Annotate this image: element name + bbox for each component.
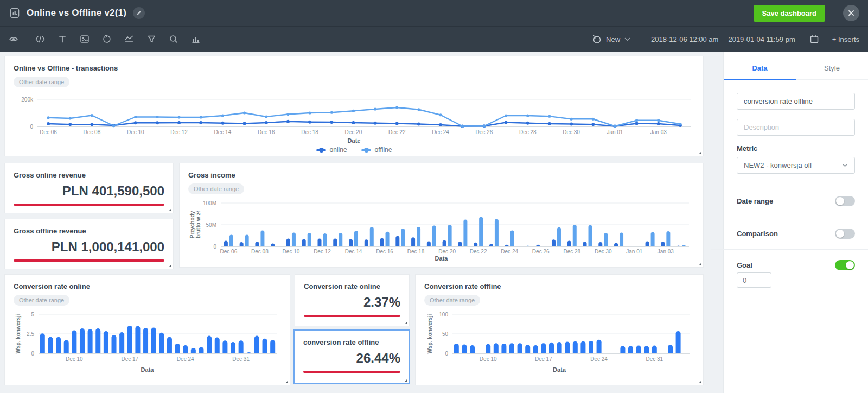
widget-conversion-online-chart[interactable]: Conversion rate online Other date range … [4,274,290,385]
date-range-end[interactable]: 2019-01-04 11:59 pm [728,35,795,43]
widget-resize-handle[interactable] [405,321,407,324]
metric-label: Metric [737,144,855,153]
svg-text:50M: 50M [206,222,216,228]
other-date-range-badge: Other date range [188,183,244,194]
metric-select[interactable]: NEW2 - konwersja off [737,157,855,174]
text-icon[interactable] [58,34,67,44]
svg-text:Dec 06: Dec 06 [220,249,238,255]
svg-text:Dec 10: Dec 10 [66,356,83,362]
legend-item-online[interactable]: online [316,146,347,154]
svg-text:Jan 03: Jan 03 [650,129,667,135]
widget-resize-handle[interactable] [699,381,701,383]
goal-toggle[interactable] [835,260,855,270]
chevron-down-icon [842,163,848,167]
code-icon[interactable] [35,34,45,44]
svg-text:100M: 100M [203,200,216,206]
widget-conversion-offline-chart[interactable]: Conversion rate offline Other date range… [415,274,704,385]
zoom-icon[interactable] [169,34,178,44]
other-date-range-badge: Other date range [14,77,69,87]
widget-conversion-offline-kpi[interactable]: conversion rate offline 26.44% [293,329,410,384]
widget-gross-online-revenue[interactable]: Gross online revenue PLN 401,590,500 [4,163,174,213]
transactions-line-chart: 200k0Dec 06Dec 08Dec 10Dec 12Dec 14Dec 1… [14,90,694,137]
kpi-value: PLN 1,000,141,000 [14,239,164,255]
header-divider [834,5,834,21]
date-range-start[interactable]: 2018-12-06 12:00 am [651,35,718,43]
edit-pencil-icon[interactable] [133,7,145,19]
svg-text:Dec 24: Dec 24 [177,356,194,362]
x-axis-title: Data [14,366,281,373]
tab-data[interactable]: Data [724,57,796,80]
widget-transactions-chart[interactable]: Online vs Offline - transactions Other d… [4,56,704,156]
svg-text:5: 5 [31,312,34,318]
svg-text:Jan 01: Jan 01 [607,129,623,135]
svg-text:Dec 28: Dec 28 [519,129,537,135]
svg-text:Dec 20: Dec 20 [345,129,362,135]
svg-text:Dec 06: Dec 06 [40,129,57,135]
settings-sidebar: Data Style Metric NEW2 - konwersja off D… [723,52,868,393]
svg-text:100: 100 [439,312,448,318]
widget-conversion-online-kpi[interactable]: Conversion rate online 2.37% [295,274,410,326]
tab-style[interactable]: Style [796,57,868,80]
bar-chart-icon[interactable] [191,34,201,44]
inserts-button[interactable]: + Inserts [832,35,859,43]
widget-resize-handle[interactable] [405,379,407,382]
svg-text:Dec 14: Dec 14 [214,129,232,135]
eye-icon[interactable] [9,34,18,44]
image-icon[interactable] [80,34,90,44]
description-input[interactable] [737,119,855,136]
save-dashboard-button[interactable]: Save dashboard [754,5,825,22]
goal-line [14,259,164,262]
widget-title: conversion rate offline [303,338,400,346]
timer-icon [592,35,602,44]
gross-income-bar-chart: 100M50M0Dec 06Dec 08Dec 10Dec 12Dec 14De… [188,195,694,256]
widget-resize-handle[interactable] [169,264,171,267]
comparison-label: Comparison [737,230,778,238]
history-icon[interactable] [102,34,112,44]
svg-text:Dec 20: Dec 20 [438,249,456,255]
refresh-mode-control[interactable]: New [592,35,630,44]
calendar-icon[interactable] [809,34,819,44]
widget-gross-income-chart[interactable]: Gross income Other date range 100M50M0De… [179,163,704,268]
svg-text:Dec 10: Dec 10 [480,356,497,362]
svg-text:Dec 30: Dec 30 [563,129,580,135]
trend-icon[interactable] [124,34,134,44]
svg-text:Dec 24: Dec 24 [432,129,449,135]
svg-text:Dec 12: Dec 12 [314,249,331,255]
widget-resize-handle[interactable] [169,208,171,211]
kpi-value: 2.37% [304,295,400,310]
widget-title: Online vs Offline - transactions [14,64,694,72]
svg-text:200k: 200k [21,97,34,103]
date-range-toggle[interactable] [835,196,855,206]
conversion-online-bar-chart: 52.50Dec 10Dec 17Dec 24Dec 31Wsp. konwer… [14,309,281,366]
svg-text:Dec 08: Dec 08 [251,249,269,255]
widget-title: Conversion rate online [14,282,281,290]
other-date-range-badge: Other date range [424,295,480,306]
toolbar-divider [27,33,27,46]
svg-text:Dec 30: Dec 30 [595,249,612,255]
widget-resize-handle[interactable] [285,381,288,383]
widget-title: Conversion rate online [304,282,400,290]
x-axis-title: Date [14,137,694,144]
svg-text:Wsp. konwersji: Wsp. konwersji [427,314,433,353]
close-icon[interactable] [843,5,859,21]
svg-text:Przychodybrutto w zł: Przychodybrutto w zł [189,211,201,238]
widget-name-input[interactable] [737,93,855,110]
filter-funnel-icon[interactable] [146,34,156,44]
goal-label: Goal [737,261,752,269]
dashboard-report-icon [9,7,21,19]
editor-toolbar: New 2018-12-06 12:00 am 2019-01-04 11:59… [0,26,868,52]
widget-resize-handle[interactable] [699,151,701,154]
svg-text:Dec 08: Dec 08 [84,129,101,135]
comparison-toggle[interactable] [835,229,855,239]
svg-text:2.5: 2.5 [27,331,34,337]
widget-resize-handle[interactable] [699,263,701,265]
goal-value-input[interactable] [737,272,771,288]
svg-text:Dec 31: Dec 31 [232,356,250,362]
svg-text:Dec 17: Dec 17 [535,356,552,362]
svg-text:0: 0 [445,351,448,357]
widget-gross-offline-revenue[interactable]: Gross offline revenue PLN 1,000,141,000 [4,219,174,269]
legend-item-offline[interactable]: offline [361,146,392,154]
kpi-value: PLN 401,590,500 [14,183,164,199]
goal-line [303,371,400,373]
inserts-label: + Inserts [832,35,859,43]
